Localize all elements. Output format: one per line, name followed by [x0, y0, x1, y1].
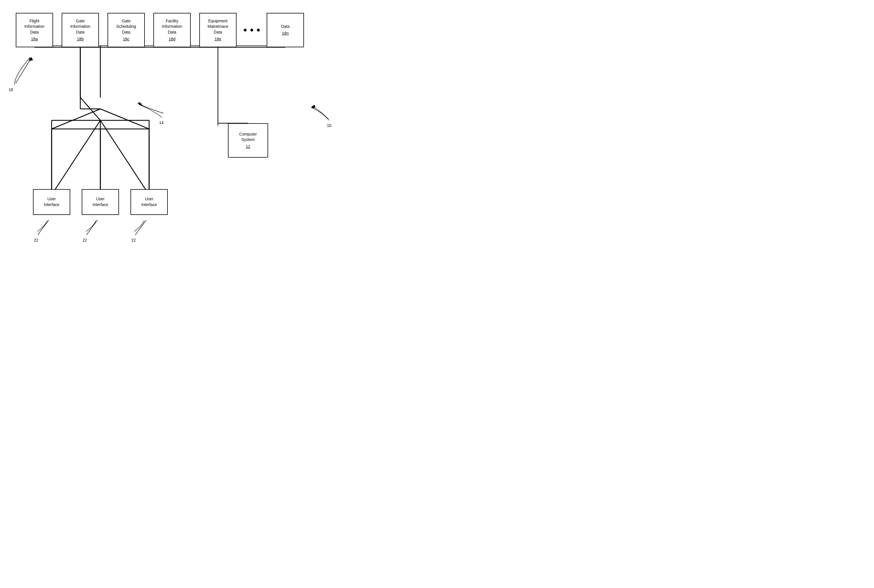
box-user-interface-1-label: User Interface: [44, 196, 59, 207]
box-facility-info: Facility Information Data 18d: [153, 13, 191, 47]
box-gate-info-ref: 18b: [77, 36, 83, 42]
box-flight-info-label: Flight Information Data: [24, 18, 44, 35]
svg-marker-19: [138, 102, 140, 105]
box-facility-info-ref: 18d: [168, 36, 175, 42]
svg-marker-20: [313, 105, 316, 108]
box-equip-maint-label: Equipment Maintenace Data: [208, 18, 228, 35]
box-gate-sched-label: Gate Scheduling Data: [116, 18, 136, 35]
box-user-interface-3: User Interface: [131, 189, 168, 215]
box-data-n: Data 18n: [267, 13, 304, 47]
box-flight-info: Flight Information Data 18a: [16, 13, 53, 47]
label-18: 18: [9, 87, 13, 92]
box-computer-system-label: Computer System: [239, 132, 257, 143]
label-10: 10: [327, 123, 331, 128]
svg-marker-37: [311, 105, 314, 108]
label-22a: 22: [34, 238, 38, 242]
svg-point-32: [244, 28, 247, 32]
box-user-interface-2-label: User Interface: [93, 196, 108, 207]
box-user-interface-2: User Interface: [82, 189, 119, 215]
box-gate-sched: Gate Scheduling Data 18c: [108, 13, 145, 47]
svg-marker-36: [139, 103, 142, 106]
box-facility-info-label: Facility Information Data: [162, 18, 182, 35]
svg-marker-35: [29, 57, 32, 61]
box-equip-maint-ref: 18e: [215, 36, 221, 42]
diagram-container: Flight Information Data 18a Gate Informa…: [0, 0, 437, 294]
label-22b: 22: [83, 238, 87, 242]
svg-line-25: [100, 109, 149, 129]
box-gate-info: Gate Information Data 18b: [62, 13, 99, 47]
svg-point-33: [250, 28, 253, 32]
svg-line-11: [100, 120, 149, 195]
box-flight-info-ref: 18a: [31, 36, 38, 42]
box-gate-info-label: Gate Information Data: [70, 18, 90, 35]
box-equip-maint: Equipment Maintenace Data 18e: [199, 13, 236, 47]
svg-point-34: [257, 28, 260, 32]
label-22c: 22: [131, 238, 136, 242]
box-data-n-ref: 18n: [282, 31, 289, 36]
box-user-interface-3-label: User Interface: [141, 196, 157, 207]
box-computer-system-ref: 12: [246, 144, 250, 150]
svg-line-9: [52, 120, 100, 195]
box-gate-sched-ref: 18c: [123, 36, 129, 42]
box-computer-system: Computer System 12: [228, 123, 268, 158]
svg-marker-18: [30, 57, 33, 61]
svg-line-12: [80, 98, 100, 120]
box-user-interface-1: User Interface: [33, 189, 70, 215]
svg-line-24: [52, 109, 100, 129]
box-data-n-label: Data: [281, 24, 290, 30]
label-14: 14: [159, 120, 164, 125]
